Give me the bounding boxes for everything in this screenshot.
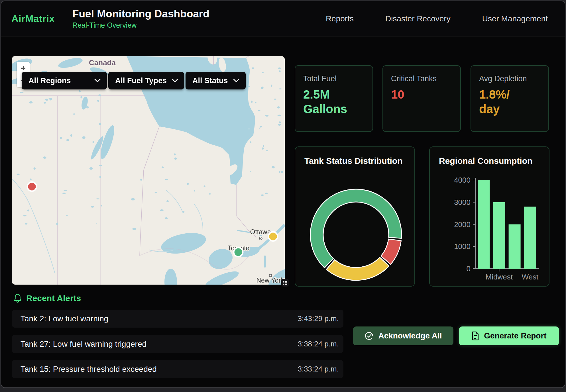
alert-row[interactable]: Tank 15: Pressure threshold exceeded 3:3… [12,360,343,378]
bar-region-2 [509,224,521,269]
acknowledge-all-button[interactable]: Acknowledge All [353,326,453,345]
brand-logo: AirMatrix [11,13,55,24]
map-lake-erie [203,268,241,285]
alert-time: 3:43:29 p.m. [298,314,339,323]
filter-regions-dropdown[interactable]: All Regions [22,72,107,89]
document-icon [471,331,479,340]
map-lake-michigan [164,269,177,285]
nav-disaster-recovery[interactable]: Disaster Recovery [385,14,451,23]
y-tick-label: 4000 [454,176,471,184]
y-tick-label: 1000 [454,242,471,251]
tank-marker-warning[interactable] [268,232,278,241]
bar-region-0 [478,180,490,269]
y-tick-label: 0 [467,264,471,273]
filter-status-dropdown[interactable]: All Status [186,72,246,89]
alert-time: 3:33:24 p.m. [298,365,339,373]
map-canvas: Canada Ottawa Toronto New York [12,56,285,285]
alert-message: Tank 15: Pressure threshold exceeded [21,365,157,374]
alert-time: 3:38:24 p.m. [298,340,339,348]
alert-row[interactable]: Tank 27: Low fuel warning triggered 3:38… [12,335,343,353]
alert-row[interactable]: Tank 2: Low fuel warning 3:43:29 p.m. [12,310,343,328]
chevron-down-icon [94,79,101,83]
chevron-down-icon [172,79,178,83]
donut-segment-critical [381,239,401,264]
recent-alerts-title: Recent Alerts [26,293,81,303]
filter-fuel-types-dropdown[interactable]: All Fuel Types [108,72,184,89]
y-tick-label: 2000 [454,220,471,229]
dashboard-window: AirMatrix Fuel Monitoring Dashboard Real… [1,1,565,388]
bell-icon [13,293,22,303]
stat-value-total-fuel: 2.5M Gallons [303,87,365,116]
stat-value-avg-depletion: 1.8%/ day [479,87,540,116]
tank-marker-critical[interactable] [27,182,36,191]
filter-fuel-types-value: All Fuel Types [115,76,167,85]
chevron-down-icon [233,79,239,83]
map-rivers [12,176,203,273]
stat-card-avg-depletion: Avg Depletion 1.8%/ day [471,65,549,132]
nav-user-management[interactable]: User Management [482,14,548,23]
tank-status-donut-chart [295,147,415,287]
map-resize-grip[interactable] [281,279,289,287]
filter-status-value: All Status [192,76,228,85]
nav-reports[interactable]: Reports [326,14,354,23]
donut-segment-warning [326,257,389,280]
alert-message: Tank 2: Low fuel warning [21,314,108,323]
regional-consumption-chart-title: Regional Consumption [439,156,532,166]
tank-status-chart-card: Tank Status Distribution [295,146,415,287]
page-title: Fuel Monitoring Dashboard [72,8,209,20]
y-tick-label: 3000 [454,198,471,207]
stat-value-critical-tanks: 10 [391,87,452,102]
recent-alerts-header: Recent Alerts [13,293,81,303]
map-lake-superior [159,229,208,257]
acknowledge-all-label: Acknowledge All [378,331,442,340]
bar-region-3 [524,207,536,269]
fuel-map[interactable]: Canada Ottawa Toronto New York + − All R… [12,56,285,285]
stat-card-critical-tanks: Critical Tanks 10 [382,65,461,132]
stat-label: Critical Tanks [391,74,452,83]
map-label-ottawa: Ottawa [250,228,271,236]
new-york-city-icon [269,274,272,277]
map-label-new-york: New York [256,277,284,284]
x-tick-label: West [522,273,539,281]
page-subtitle: Real-Time Overview [72,21,209,29]
main-nav: Reports Disaster Recovery User Managemen… [326,14,548,23]
x-tick-label: Midwest [486,273,513,281]
page-title-block: Fuel Monitoring Dashboard Real-Time Over… [72,8,209,29]
stat-card-total-fuel: Total Fuel 2.5M Gallons [295,65,373,132]
bar-region-1 [493,202,505,269]
app-header: AirMatrix Fuel Monitoring Dashboard Real… [1,1,565,36]
alert-message: Tank 27: Low fuel warning triggered [21,340,146,349]
tank-marker-normal[interactable] [234,248,243,257]
check-circle-icon [365,331,374,340]
stat-label: Total Fuel [303,74,365,83]
regional-consumption-chart-card: Regional Consumption 01000200030004000Mi… [429,146,549,287]
filter-regions-value: All Regions [28,76,71,85]
map-label-canada: Canada [89,58,116,67]
regional-consumption-bar-chart: 01000200030004000MidwestWest [430,147,549,287]
tank-status-chart-title: Tank Status Distribution [304,156,402,166]
stat-label: Avg Depletion [479,74,540,83]
generate-report-button[interactable]: Generate Report [459,326,559,345]
generate-report-label: Generate Report [484,331,546,340]
